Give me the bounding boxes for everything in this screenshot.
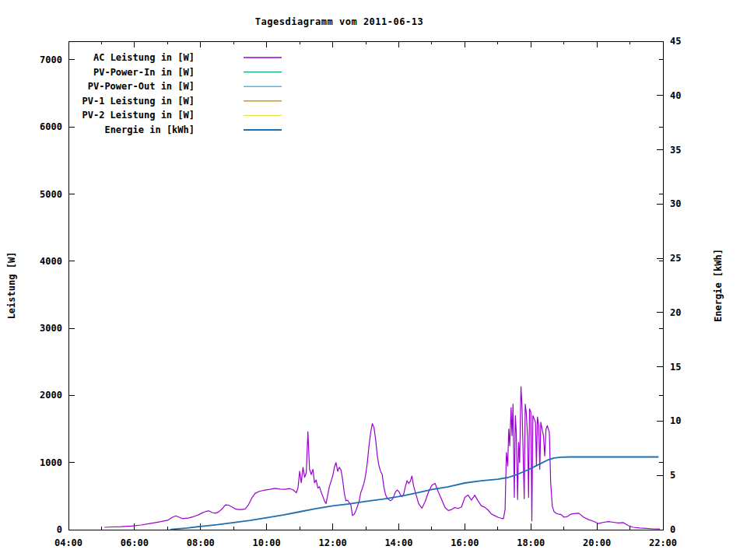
x-tick-label: 10:00 xyxy=(253,537,281,548)
y-right-tick-label: 0 xyxy=(670,524,675,535)
y-right-tick-label: 5 xyxy=(670,470,675,481)
x-tick-label: 20:00 xyxy=(583,537,611,548)
y-right-tick-label: 35 xyxy=(670,145,681,156)
x-tick-label: 04:00 xyxy=(54,537,82,548)
y-axis-label-right: Energie [kWh] xyxy=(713,249,724,322)
legend-label-pv-2-leistung-in-w: PV-2 Leistung in [W] xyxy=(82,110,195,121)
y-right-tick-label: 25 xyxy=(670,253,681,264)
legend-label-energie-in-kwh: Energie in [kWh] xyxy=(104,124,195,135)
y-right-tick-label: 30 xyxy=(670,198,681,209)
y-right-tick-label: 40 xyxy=(670,90,681,101)
legend-label-pv-power-out-in-w: PV-Power-Out in [W] xyxy=(88,81,195,92)
y-left-tick-label: 3000 xyxy=(40,323,62,334)
x-tick-label: 06:00 xyxy=(121,537,149,548)
y-left-tick-label: 4000 xyxy=(40,256,62,267)
y-right-tick-label: 10 xyxy=(670,415,681,426)
legend-label-ac-leistung-in-w: AC Leistung in [W] xyxy=(93,52,195,63)
x-tick-label: 12:00 xyxy=(318,537,346,548)
y-right-tick-label: 15 xyxy=(670,362,681,373)
y-left-tick-label: 5000 xyxy=(40,189,62,200)
y-right-tick-label: 20 xyxy=(670,307,681,318)
y-axis-label-left: Leistung [W] xyxy=(6,252,17,320)
series-line-energie-in-kwh xyxy=(171,457,658,530)
y-left-tick-label: 0 xyxy=(57,524,62,535)
y-left-tick-label: 2000 xyxy=(40,390,62,401)
chart-title: Tagesdiagramm vom 2011-06-13 xyxy=(0,16,679,27)
y-right-tick-label: 45 xyxy=(670,36,681,47)
y-left-tick-label: 1000 xyxy=(40,457,62,468)
legend-label-pv-power-in-in-w: PV-Power-In in [W] xyxy=(93,67,195,78)
series-line-ac-leistung-in-w xyxy=(105,387,660,529)
x-tick-label: 18:00 xyxy=(517,537,545,548)
plot-area: 04:0006:0008:0010:0012:0014:0016:0018:00… xyxy=(0,0,747,560)
y-left-tick-label: 6000 xyxy=(40,121,62,132)
y-left-tick-label: 7000 xyxy=(40,54,62,65)
x-tick-label: 08:00 xyxy=(187,537,215,548)
chart-canvas: 04:0006:0008:0010:0012:0014:0016:0018:00… xyxy=(0,0,747,560)
x-tick-label: 14:00 xyxy=(384,537,412,548)
legend-label-pv-1-leistung-in-w: PV-1 Leistung in [W] xyxy=(82,96,195,107)
x-tick-label: 22:00 xyxy=(649,537,677,548)
x-tick-label: 16:00 xyxy=(451,537,479,548)
